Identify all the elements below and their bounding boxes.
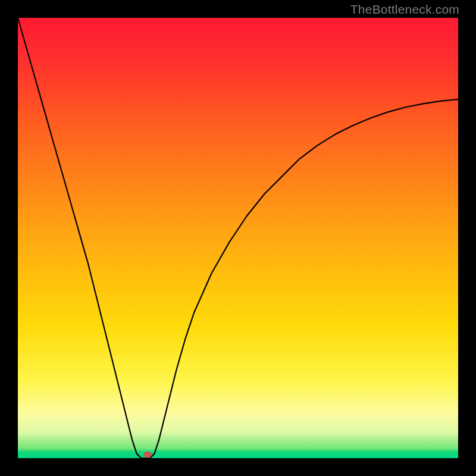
chart-frame: TheBottleneck.com: [0, 0, 476, 476]
bottleneck-curve-path: [18, 18, 458, 458]
chart-svg: [18, 18, 458, 458]
watermark-text: TheBottleneck.com: [350, 2, 459, 17]
optimal-point-marker: [143, 452, 152, 458]
